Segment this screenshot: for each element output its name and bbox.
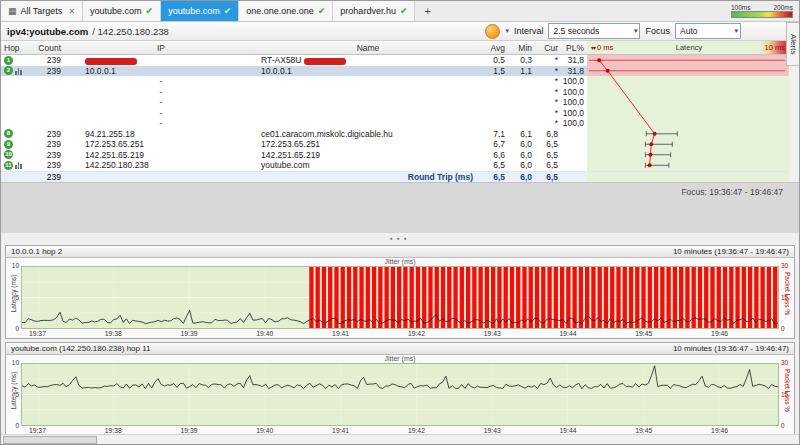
time-tick-label: 19:37 (29, 427, 46, 434)
pl-cell: 100,0 (562, 108, 587, 118)
tab-label: youtube.com (90, 6, 142, 16)
name-cell: RT-AX58U (255, 55, 481, 65)
table-row[interactable]: 823994.21.255.18ce01.caracom.miskolc.dig… (1, 129, 789, 140)
alerts-side-tab[interactable]: Alerts (786, 22, 799, 66)
hop-number-badge: 8 (4, 129, 13, 138)
tab-all-targets[interactable]: ▦All Targets✕ (1, 1, 83, 21)
latency-tick-label: 0 (8, 422, 19, 429)
pl-cell: 100,0 (562, 118, 587, 128)
graph-title: 10.0.0.1 hop 2 (11, 247, 62, 256)
column-header-hop[interactable]: Hop (1, 43, 31, 53)
count-cell: 239 (31, 55, 67, 65)
time-tick-label: 19:42 (408, 330, 425, 337)
tab-bar: ▦All Targets✕youtube.com✔youtube.com✔one… (1, 1, 799, 22)
round-trip-avg: 6,5 (481, 172, 509, 182)
table-row[interactable]: 11239142.250.180.238youtube.com6,56,06,5 (1, 160, 789, 171)
ip-cell (67, 55, 255, 65)
tab-prohardver-hu[interactable]: prohardver.hu✔ (333, 1, 415, 21)
column-header-count[interactable]: Count (31, 43, 67, 53)
focus-select[interactable]: Auto ▾ (675, 23, 741, 39)
graph-header[interactable]: 10.0.0.1 hop 2 10 minutes (19:36:47 - 19… (6, 246, 794, 258)
min-cell: 0,3 (509, 55, 536, 65)
latency-cell (587, 108, 789, 119)
trace-status-button[interactable] (485, 24, 500, 39)
packet-loss-tick-label: 0 (781, 325, 792, 332)
min-cell: 6,1 (509, 129, 536, 139)
redacted-ip (85, 58, 137, 65)
table-row[interactable]: 1239RT-AX58U0,50,3*31,8 (1, 55, 789, 66)
tab-youtube-com[interactable]: youtube.com✔ (161, 1, 239, 21)
timeline-plot[interactable] (21, 266, 779, 329)
panel-splitter[interactable]: ●●● (1, 233, 799, 243)
latency-scale-labels: 100ms 200ms (731, 4, 793, 11)
cur-cell: 6,5 (536, 150, 562, 160)
latency-tick-label: 10 (8, 262, 19, 269)
scrollbar-thumb[interactable] (3, 436, 97, 444)
time-axis: 19:3719:3819:3919:4019:4119:4219:4319:44… (21, 330, 779, 339)
time-tick-label: 19:39 (181, 330, 198, 337)
table-row[interactable]: 223910.0.0.110.0.0.11,51,1*31,8 (1, 66, 789, 77)
column-header-min[interactable]: Min (509, 43, 536, 53)
cur-cell: * (536, 66, 562, 76)
name-cell: 172.253.65.251 (255, 139, 481, 149)
table-row[interactable]: -*100,0 (1, 108, 789, 119)
count-cell: 239 (31, 129, 67, 139)
hop-number-badge: 2 (4, 66, 13, 75)
timeline-plot[interactable] (21, 363, 779, 426)
chevron-down-icon: ▾ (734, 27, 738, 35)
interval-select[interactable]: 2.5 seconds ▾ (548, 23, 640, 39)
table-row[interactable]: 10239142.251.65.219142.251.65.2196,66,06… (1, 150, 789, 161)
tab-youtube-com[interactable]: youtube.com✔ (83, 1, 161, 21)
tab-bar-tabs: ▦All Targets✕youtube.com✔youtube.com✔one… (1, 1, 440, 21)
graph-time-range: 10 minutes (19:36:47 - 19:46:47) (673, 344, 789, 353)
time-tick-label: 19:41 (332, 427, 349, 434)
check-icon: ✔ (318, 6, 326, 16)
avg-cell: 6,6 (481, 150, 509, 160)
table-row[interactable]: 9239172.253.65.251172.253.65.2516,76,06,… (1, 139, 789, 150)
graph-header[interactable]: youtube.com (142.250.180.238) hop 11 10 … (6, 343, 794, 355)
latency-cell (587, 55, 789, 66)
packet-loss-tick-label: 30 (781, 262, 792, 269)
latency-tick-label: 0 (8, 325, 19, 332)
column-header-pl[interactable]: PL% (562, 43, 587, 53)
latency-tick-label: 10 (8, 359, 19, 366)
check-icon: ✔ (224, 6, 232, 16)
round-trip-row[interactable]: 239 Round Trip (ms) 6,5 6,0 6,5 (1, 171, 789, 183)
latency-cell (587, 66, 789, 77)
close-icon[interactable]: ✕ (68, 7, 75, 16)
min-cell: 6,0 (509, 150, 536, 160)
table-row[interactable]: -*100,0 (1, 118, 789, 129)
hop-number-badge: 1 (4, 56, 13, 65)
horizontal-scrollbar[interactable] (1, 434, 799, 444)
cur-cell: * (536, 118, 562, 128)
trace-table: Hop Count IP Name Avg Min Cur PL% ▾▾0 ms… (1, 41, 789, 182)
count-cell: 239 (31, 150, 67, 160)
cur-cell: * (536, 97, 562, 107)
latency-cell (587, 129, 789, 140)
focus-value: Auto (680, 26, 698, 36)
time-tick-label: 19:42 (408, 427, 425, 434)
table-row[interactable]: -*100,0 (1, 87, 789, 98)
cur-cell: 6,5 (536, 160, 562, 170)
tab-one-one-one-one[interactable]: one.one.one.one✔ (239, 1, 333, 21)
jitter-label: Jitter (ms) (6, 258, 794, 265)
time-tick-label: 19:43 (484, 330, 501, 337)
alerts-label: Alerts (789, 34, 798, 54)
table-row[interactable]: -*100,0 (1, 76, 789, 87)
ip-cell: 142.250.180.238 (67, 160, 255, 170)
pl-cell: 31,8 (562, 55, 587, 65)
pl-cell: 100,0 (562, 87, 587, 97)
new-tab-button[interactable]: + (415, 1, 439, 21)
cur-cell: * (536, 87, 562, 97)
column-header-cur[interactable]: Cur (536, 43, 562, 53)
name-cell: 10.0.0.1 (255, 66, 481, 76)
min-cell: 6,0 (509, 160, 536, 170)
latency-cell (587, 139, 789, 150)
bar-chart-icon (15, 67, 22, 75)
column-header-avg[interactable]: Avg (481, 43, 509, 53)
interval-label: Interval (514, 26, 544, 36)
column-header-ip[interactable]: IP (67, 43, 255, 53)
column-header-name[interactable]: Name (255, 43, 481, 53)
chevron-down-icon[interactable]: ▾ (505, 27, 509, 35)
table-row[interactable]: -*100,0 (1, 97, 789, 108)
